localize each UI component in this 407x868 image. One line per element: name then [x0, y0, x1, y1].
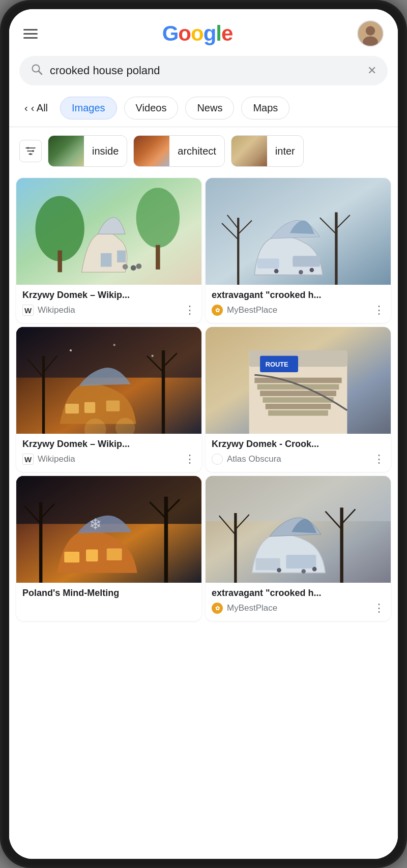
svg-rect-58: [268, 410, 328, 416]
image-card-4-title: Krzywy Domek - Crook...: [212, 439, 385, 450]
svg-point-1: [366, 26, 375, 35]
image-card-1-info: Krzywy Domek – Wikip... W Wikipedia ⋮: [16, 285, 201, 323]
svg-point-18: [123, 264, 128, 270]
svg-point-83: [277, 568, 281, 573]
image-card-5-photo: ❄: [16, 476, 201, 583]
svg-rect-29: [257, 259, 279, 268]
logo-e: e: [221, 21, 232, 45]
hamburger-menu-button[interactable]: [23, 29, 38, 39]
tab-videos[interactable]: Videos: [124, 97, 179, 119]
image-6-svg: [206, 476, 391, 583]
image-2-svg: [206, 178, 391, 285]
phone-frame: Google crooked h: [0, 0, 407, 868]
svg-point-9: [32, 150, 34, 152]
image-card-6[interactable]: extravagant "crooked h... ✿ MyBestPlace …: [206, 476, 391, 621]
tab-all[interactable]: ‹ ‹ All: [19, 99, 53, 117]
chip-interior-thumbnail: [231, 136, 267, 166]
svg-point-47: [70, 349, 72, 351]
image-card-6-source: ✿ MyBestPlace ⋮: [212, 602, 385, 615]
phone-screen: Google crooked h: [9, 9, 398, 859]
svg-point-19: [131, 265, 136, 271]
tab-maps-label: Maps: [253, 102, 278, 114]
logo-g: g: [204, 21, 216, 45]
source-left-1: W Wikipedia: [22, 305, 75, 316]
user-avatar[interactable]: [357, 20, 384, 47]
search-icon: [31, 63, 43, 78]
image-card-6-info: extravagant "crooked h... ✿ MyBestPlace …: [206, 583, 391, 621]
svg-rect-57: [266, 404, 331, 409]
svg-rect-44: [106, 401, 120, 411]
image-card-5-title: Poland's Mind-Melting: [22, 588, 195, 598]
svg-point-49: [152, 355, 154, 357]
image-grid: Krzywy Domek – Wikip... W Wikipedia ⋮: [9, 174, 398, 625]
image-card-6-photo: [206, 476, 391, 583]
chip-architect-thumbnail: [134, 136, 169, 166]
chip-architect[interactable]: architect: [133, 135, 225, 167]
tab-images[interactable]: Images: [60, 97, 117, 119]
svg-point-33: [309, 268, 314, 273]
logo-o1: o: [178, 21, 191, 45]
svg-rect-42: [65, 404, 79, 413]
wikipedia-icon-1: W: [22, 305, 34, 316]
source-name-2: MyBestPlace: [227, 305, 277, 315]
svg-line-4: [39, 71, 42, 74]
more-options-3[interactable]: ⋮: [184, 453, 195, 466]
image-card-4-info: Krzywy Domek - Crook... ⊙ Atlas Obscura …: [206, 434, 391, 472]
svg-point-20: [136, 263, 142, 269]
top-bar: Google: [9, 9, 398, 52]
source-left-2: ✿ MyBestPlace: [212, 305, 277, 316]
mybestplace-icon-6: ✿: [212, 603, 223, 614]
chip-interior-label: inter: [267, 145, 303, 157]
svg-point-31: [274, 269, 279, 274]
svg-rect-16: [101, 253, 111, 267]
more-options-4[interactable]: ⋮: [373, 453, 385, 466]
source-left-4: ⊙ Atlas Obscura: [212, 454, 281, 465]
image-1-svg: [16, 178, 201, 285]
filter-icon-button[interactable]: [19, 140, 42, 162]
image-card-1-photo: [16, 178, 201, 285]
clear-search-button[interactable]: ✕: [367, 64, 376, 77]
more-options-1[interactable]: ⋮: [184, 304, 195, 317]
tab-maps[interactable]: Maps: [241, 97, 289, 119]
chip-interior[interactable]: inter: [231, 135, 304, 167]
image-card-1-source: W Wikipedia ⋮: [22, 304, 195, 317]
image-3-svg: [16, 327, 201, 434]
more-options-6[interactable]: ⋮: [373, 602, 385, 615]
image-card-3[interactable]: Krzywy Domek – Wikip... W Wikipedia ⋮: [16, 327, 201, 472]
svg-rect-71: [107, 548, 122, 560]
source-name-4: Atlas Obscura: [227, 454, 281, 464]
atlas-icon-4: ⊙: [212, 454, 223, 465]
source-name-3: Wikipedia: [38, 454, 75, 464]
image-card-4[interactable]: ROUTE Krzywy Domek - Crook... ⊙ Atlas Ob…: [206, 327, 391, 472]
image-card-4-photo: ROUTE: [206, 327, 391, 434]
search-bar[interactable]: crooked house poland ✕: [19, 56, 388, 85]
svg-rect-13: [57, 250, 62, 272]
tab-news[interactable]: News: [185, 97, 234, 119]
more-options-2[interactable]: ⋮: [373, 304, 385, 317]
image-card-2[interactable]: extravagant "crooked h... ✿ MyBestPlace …: [206, 178, 391, 323]
image-card-5[interactable]: ❄ Poland's Mind-Melting: [16, 476, 201, 621]
image-card-3-photo: [16, 327, 201, 434]
image-card-3-title: Krzywy Domek – Wikip...: [22, 439, 195, 450]
search-query[interactable]: crooked house poland: [50, 64, 360, 77]
image-card-1[interactable]: Krzywy Domek – Wikip... W Wikipedia ⋮: [16, 178, 201, 323]
svg-rect-81: [255, 558, 280, 571]
logo-G: G: [162, 21, 179, 45]
svg-rect-30: [293, 256, 320, 266]
wikipedia-icon-3: W: [22, 454, 34, 465]
hamburger-line-2: [23, 33, 38, 35]
image-card-4-source: ⊙ Atlas Obscura ⋮: [212, 453, 385, 466]
chip-inside-label: inside: [84, 145, 127, 157]
image-4-svg: ROUTE: [206, 327, 391, 434]
image-card-6-title: extravagant "crooked h...: [212, 588, 385, 598]
svg-rect-43: [84, 402, 95, 413]
svg-rect-69: [64, 552, 79, 562]
image-card-1-title: Krzywy Domek – Wikip...: [22, 290, 195, 301]
svg-point-10: [30, 153, 32, 155]
tab-news-label: News: [197, 102, 222, 114]
chip-inside[interactable]: inside: [48, 135, 127, 167]
svg-rect-55: [260, 391, 336, 396]
svg-rect-70: [86, 550, 98, 562]
tab-all-label[interactable]: ‹ All: [31, 102, 48, 114]
image-card-2-source: ✿ MyBestPlace ⋮: [212, 304, 385, 317]
